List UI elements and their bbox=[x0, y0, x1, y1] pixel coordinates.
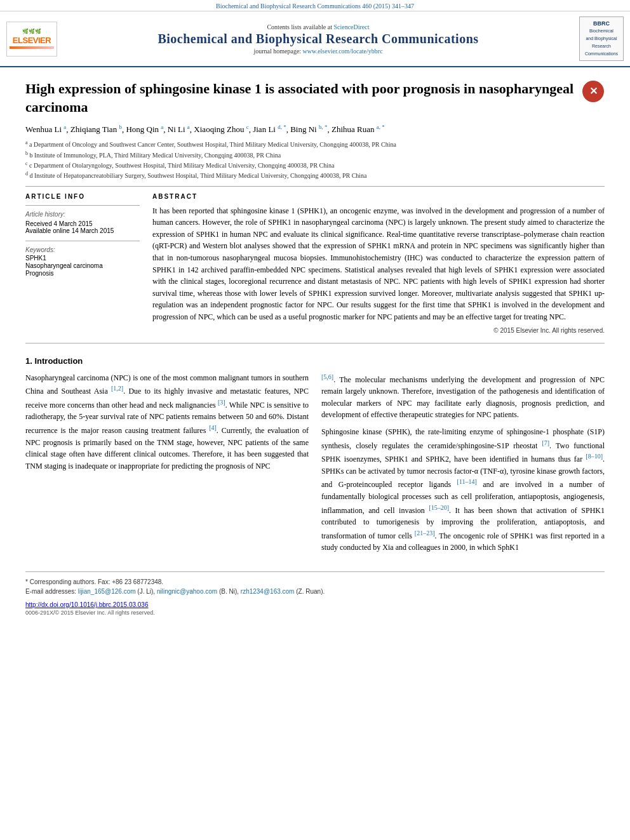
article-info-abstract: ARTICLE INFO Article history: Received 4… bbox=[25, 193, 605, 334]
affiliation-c: c c Department of Otolaryngology, Southw… bbox=[25, 160, 605, 170]
contents-available: Contents lists available at ScienceDirec… bbox=[57, 23, 579, 30]
journal-main-title: Biochemical and Biophysical Research Com… bbox=[57, 32, 579, 46]
keyword-3: Prognosis bbox=[25, 270, 140, 277]
info-divider-top bbox=[25, 205, 140, 206]
history-label: Article history: bbox=[25, 211, 140, 218]
body-divider bbox=[25, 343, 605, 343]
header-divider bbox=[25, 186, 605, 187]
journal-citation-bar: Biochemical and Biophysical Research Com… bbox=[0, 0, 630, 11]
intro-left-col: Nasopharyngeal carcinoma (NPC) is one of… bbox=[25, 372, 309, 559]
journal-title-block: Contents lists available at ScienceDirec… bbox=[57, 23, 579, 55]
paper-title: High expression of sphingosine kinase 1 … bbox=[25, 80, 575, 116]
available-online-date: Available online 14 March 2015 bbox=[25, 227, 140, 234]
paper-title-area: High expression of sphingosine kinase 1 … bbox=[25, 80, 605, 116]
abstract-header: ABSTRACT bbox=[152, 193, 605, 200]
issn-line: 0006-291X/© 2015 Elsevier Inc. All right… bbox=[25, 610, 605, 616]
email-link-jianli[interactable]: lijian_165@126.com bbox=[78, 588, 136, 595]
keyword-1: SPHK1 bbox=[25, 255, 140, 262]
keyword-2: Nasopharyngeal carcinoma bbox=[25, 262, 140, 269]
keywords-group: Keywords: SPHK1 Nasopharyngeal carcinoma… bbox=[25, 246, 140, 277]
intro-para-2: [5,6]. The molecular mechanisms underlyi… bbox=[321, 372, 605, 421]
email-link-ruan[interactable]: rzh1234@163.com bbox=[241, 588, 295, 595]
article-history: Article history: Received 4 March 2015 A… bbox=[25, 211, 140, 234]
crossmark-logo: ✕ bbox=[582, 80, 605, 103]
affiliation-b: b b Institute of Immunology, PLA, Third … bbox=[25, 150, 605, 160]
intro-right-col: [5,6]. The molecular mechanisms underlyi… bbox=[321, 372, 605, 559]
journal-url[interactable]: www.elsevier.com/locate/ybbrc bbox=[303, 48, 383, 55]
email-link-ningni[interactable]: nilingnic@yahoo.com bbox=[157, 588, 217, 595]
copyright: © 2015 Elsevier Inc. All rights reserved… bbox=[152, 327, 605, 334]
affiliations: a a Department of Oncology and Southwest… bbox=[25, 139, 605, 180]
affiliation-d: d d Institute of Hepatopancreatobiliary … bbox=[25, 170, 605, 180]
svg-text:✕: ✕ bbox=[589, 86, 598, 97]
elsevier-logo: 🌿🌿🌿 ELSEVIER bbox=[6, 22, 57, 57]
journal-citation: Biochemical and Biophysical Research Com… bbox=[216, 3, 414, 10]
keywords-list: SPHK1 Nasopharyngeal carcinoma Prognosis bbox=[25, 255, 140, 277]
intro-para-1: Nasopharyngeal carcinoma (NPC) is one of… bbox=[25, 372, 309, 472]
abstract-col: ABSTRACT It has been reported that sphin… bbox=[152, 193, 605, 334]
article-info-header: ARTICLE INFO bbox=[25, 193, 140, 200]
journal-homepage: journal homepage: www.elsevier.com/locat… bbox=[57, 48, 579, 55]
corresponding-author: * Corresponding authors. Fax: +86 23 687… bbox=[25, 577, 605, 587]
keywords-label: Keywords: bbox=[25, 246, 140, 253]
intro-para-3: Sphingosine kinase (SPHK), the rate-limi… bbox=[321, 426, 605, 554]
paper-container: High expression of sphingosine kinase 1 … bbox=[0, 67, 630, 629]
intro-section: 1. Introduction Nasopharyngeal carcinoma… bbox=[25, 356, 605, 559]
authors-line: Wenhua Li a, Zhiqiang Tian b, Hong Qin a… bbox=[25, 123, 605, 137]
journal-header: 🌿🌿🌿 ELSEVIER Contents lists available at… bbox=[0, 11, 630, 67]
bbrc-logo: BBRCBiochemicaland BiophysicalResearchCo… bbox=[579, 17, 624, 61]
affiliation-a: a a Department of Oncology and Southwest… bbox=[25, 139, 605, 149]
abstract-text: It has been reported that sphingosine ki… bbox=[152, 205, 605, 323]
intro-heading: 1. Introduction bbox=[25, 356, 605, 366]
footnote-area: * Corresponding authors. Fax: +86 23 687… bbox=[25, 571, 605, 616]
sciencedirect-link[interactable]: ScienceDirect bbox=[333, 23, 369, 30]
info-divider-mid bbox=[25, 241, 140, 241]
intro-two-col: Nasopharyngeal carcinoma (NPC) is one of… bbox=[25, 372, 605, 559]
received-date: Received 4 March 2015 bbox=[25, 220, 140, 227]
doi-link[interactable]: http://dx.doi.org/10.1016/j.bbrc.2015.03… bbox=[25, 601, 605, 608]
article-info-col: ARTICLE INFO Article history: Received 4… bbox=[25, 193, 140, 334]
email-addresses: E-mail addresses: lijian_165@126.com (J.… bbox=[25, 587, 605, 596]
